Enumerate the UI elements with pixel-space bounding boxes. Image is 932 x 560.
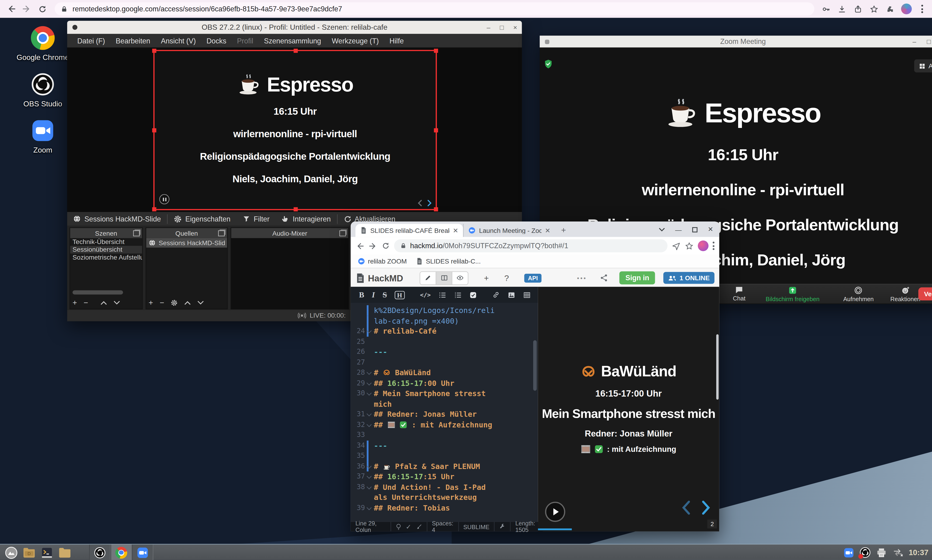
play-button[interactable] <box>545 502 565 522</box>
editor-line[interactable]: 33 <box>351 430 538 440</box>
editor-line[interactable]: 29## 16:15-17:00 Uhr <box>351 378 538 388</box>
share-icon[interactable] <box>850 1 866 17</box>
sign-in-button[interactable]: Sign in <box>619 271 655 285</box>
settings-wrench-icon[interactable] <box>500 524 506 530</box>
zoom-maximize-button[interactable]: □ <box>927 38 931 45</box>
editor-line[interactable]: 26--- <box>351 347 538 357</box>
scenes-panel-header[interactable]: Szenen <box>70 228 142 238</box>
spellcheck-icon[interactable]: ✓ <box>406 523 411 531</box>
download-icon[interactable] <box>834 1 850 17</box>
obs-preview-canvas[interactable]: Espresso 16:15 Uhr wirlernenonline - rpi… <box>67 48 522 212</box>
taskbar-obs-button[interactable] <box>89 545 111 560</box>
address-bar[interactable]: hackmd.io/0Moh79SUTFCZoZzympwlTQ?both#/1 <box>394 239 668 252</box>
back-icon[interactable] <box>355 242 364 250</box>
window-close-button[interactable]: ✕ <box>708 226 713 233</box>
new-note-button[interactable]: + <box>484 273 489 283</box>
keymap-setting[interactable]: SUBLIME <box>463 523 489 530</box>
share-nodes-icon[interactable] <box>600 274 608 282</box>
obs-title-bar[interactable]: OBS 27.2.2 (linux) - Profil: Untitled - … <box>67 21 522 34</box>
edit-mode-button[interactable] <box>420 272 436 284</box>
scene-down-button[interactable] <box>114 300 120 305</box>
tab-zoom-launch[interactable]: Launch Meeting - Zoom ✕ <box>463 224 555 237</box>
image-icon[interactable] <box>508 291 515 298</box>
taskbar-terminal-icon[interactable] <box>38 545 56 560</box>
sources-panel-header[interactable]: Quellen <box>146 228 227 238</box>
audio-mixer-header[interactable]: Audio-Mixer <box>231 228 349 238</box>
taskbar-folder-d-icon[interactable]: D <box>20 545 38 560</box>
editor-line[interactable]: als Unterrichtswerkzeug <box>351 492 538 503</box>
italic-button[interactable]: I <box>372 290 375 300</box>
browser-menu-icon[interactable] <box>713 242 714 250</box>
host-address-bar[interactable]: remotedesktop.google.com/access/session/… <box>55 2 814 15</box>
editor-line[interactable]: 36# Pfalz & Saar PLENUM <box>351 461 538 472</box>
scene-up-button[interactable] <box>100 300 107 305</box>
window-minimize-button[interactable]: — <box>675 226 682 233</box>
back-icon[interactable] <box>3 1 19 17</box>
send-icon[interactable] <box>672 242 680 250</box>
bold-button[interactable]: B <box>359 290 364 300</box>
zoom-minimize-button[interactable]: – <box>912 38 916 45</box>
remove-source-button[interactable]: − <box>160 298 164 307</box>
obs-menu-datei[interactable]: Datei (F) <box>72 37 110 45</box>
remove-scene-button[interactable]: − <box>84 298 88 307</box>
scene-item-selected[interactable]: Sessionübersicht <box>70 246 142 254</box>
source-item-selected[interactable]: Sessions HackMD-Slid <box>146 238 227 248</box>
editor-line[interactable]: 31## Redner: Jonas Müller <box>351 409 538 420</box>
indent-setting[interactable]: Spaces: 4 <box>432 520 453 533</box>
editor-scrollbar[interactable] <box>533 340 537 391</box>
hackmd-brand[interactable]: HackMD <box>355 273 403 283</box>
scene-item[interactable]: Technik-Übersicht <box>70 238 142 246</box>
page-scrollbar[interactable] <box>716 334 719 400</box>
obs-menu-bearbeiten[interactable]: Bearbeiten <box>110 37 156 45</box>
tray-printer-icon[interactable] <box>876 548 887 557</box>
obs-scene-preview[interactable]: Espresso 16:15 Uhr wirlernenonline - rpi… <box>153 50 437 210</box>
fold-chevron-icon[interactable] <box>365 420 374 430</box>
window-maximize-button[interactable] <box>692 226 698 232</box>
obs-menu-profil[interactable]: Profil <box>232 37 259 45</box>
editor-line[interactable]: 39## Redner: Tobias <box>351 503 538 513</box>
tray-network-icon[interactable] <box>892 548 903 557</box>
editor-line[interactable]: k%2BDesign/Logos/Icons/reli <box>351 305 538 316</box>
editor-line[interactable]: 30# Mein Smartphone stresst <box>351 388 538 399</box>
forward-icon[interactable] <box>369 242 378 250</box>
reload-icon[interactable] <box>34 1 50 17</box>
heading-button[interactable]: H <box>395 291 404 299</box>
editor-code[interactable]: k%2BDesign/Logos/Icons/relilab-cafe.png … <box>351 305 538 522</box>
source-up-button[interactable] <box>184 300 191 305</box>
bookmark-star-icon[interactable] <box>685 242 694 250</box>
prev-slide-icon[interactable] <box>417 200 423 207</box>
popout-icon[interactable] <box>339 230 346 236</box>
taskbar-chrome-button[interactable] <box>111 545 132 560</box>
split-mode-button[interactable] <box>436 272 452 284</box>
help-button[interactable]: ? <box>505 273 509 283</box>
editor-line[interactable]: mich <box>351 398 538 409</box>
theme-brush-icon[interactable] <box>416 524 422 530</box>
fold-chevron-icon[interactable] <box>365 326 374 337</box>
editor-line[interactable]: 24# relilab-Café <box>351 326 538 337</box>
taskbar-launcher-icon[interactable] <box>2 545 20 560</box>
new-tab-button[interactable]: + <box>561 225 566 234</box>
obs-menu-hilfe[interactable]: Hilfe <box>384 37 409 45</box>
obs-menu-ansicht[interactable]: Ansicht (V) <box>156 37 201 45</box>
tray-obs-icon[interactable] <box>859 547 871 558</box>
chat-button[interactable]: Chat <box>733 286 745 302</box>
source-down-button[interactable] <box>198 300 204 305</box>
bullet-list-icon[interactable] <box>438 291 446 298</box>
hint-bulb-icon[interactable] <box>396 523 401 530</box>
zoom-view-button[interactable]: Anzeigen <box>914 60 932 72</box>
fold-chevron-icon[interactable] <box>365 472 374 482</box>
reactions-button[interactable]: Reaktionen <box>890 286 920 302</box>
obs-menu-werkzeuge[interactable]: Werkzeuge (T) <box>326 37 384 45</box>
numbered-list-icon[interactable] <box>454 291 461 298</box>
api-button[interactable]: API <box>524 274 541 282</box>
editor-line[interactable]: 25 <box>351 337 538 347</box>
code-button[interactable]: </> <box>420 292 431 298</box>
editor-line[interactable]: 37## 16:15-17:15 Uhr <box>351 472 538 482</box>
bookmark-slides[interactable]: SLIDES relilab-C... <box>416 258 481 265</box>
pause-icon[interactable] <box>159 194 169 204</box>
obs-minimize-button[interactable]: – <box>487 24 491 31</box>
editor-line[interactable]: 38# Und Action! - Das I-Pad <box>351 482 538 492</box>
extensions-puzzle-icon[interactable] <box>882 1 898 17</box>
popout-icon[interactable] <box>218 230 225 236</box>
browser-menu-icon[interactable] <box>914 1 930 17</box>
